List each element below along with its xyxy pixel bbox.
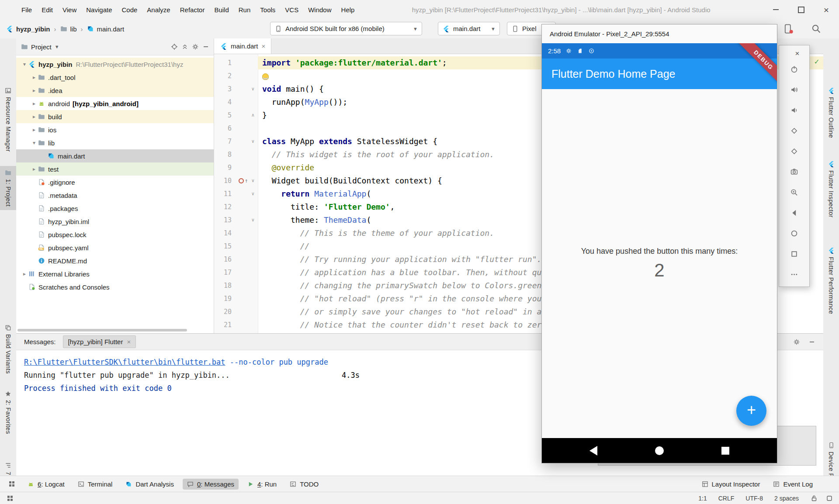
fold-open-icon[interactable]: ∨ bbox=[251, 187, 254, 200]
emulator-more-button[interactable] bbox=[779, 264, 809, 285]
locate-file-button[interactable] bbox=[170, 43, 178, 51]
fold-open-icon[interactable]: ∨ bbox=[251, 214, 254, 227]
emulator-volume-down-button[interactable] bbox=[779, 100, 809, 121]
horizontal-scrollbar[interactable] bbox=[17, 329, 187, 331]
maximize-button[interactable] bbox=[788, 0, 814, 19]
chevron-closed-icon[interactable]: ▸ bbox=[30, 166, 38, 172]
tab-main-dart[interactable]: main.dart × bbox=[214, 38, 271, 54]
menu-code[interactable]: Code bbox=[117, 0, 142, 19]
tab-flutter-console[interactable]: [hyzp_yibin] Flutter × bbox=[63, 335, 136, 348]
tree-item-gitignore[interactable]: .gitignore bbox=[16, 176, 214, 189]
inspection-status-icon[interactable]: ✓ bbox=[814, 58, 820, 66]
collapse-all-button[interactable] bbox=[181, 43, 188, 51]
chevron-closed-icon[interactable]: ▸ bbox=[30, 74, 38, 80]
menu-window[interactable]: Window bbox=[303, 0, 336, 19]
emulator-title-bar[interactable]: Android Emulator - Pixel_2_API_29:5554 bbox=[542, 24, 777, 43]
device-selector[interactable]: Android SDK built for x86 (mobile) ▼ bbox=[270, 22, 422, 35]
tree-item-external-libraries[interactable]: ▸External Libraries bbox=[16, 267, 214, 280]
tool-stripe-flutter-outline[interactable]: Flutter Outline bbox=[823, 84, 839, 142]
overriding-method-icon[interactable] bbox=[239, 178, 244, 183]
tool-stripe-flutter-performance[interactable]: Flutter Performance bbox=[823, 244, 839, 318]
minimize-button[interactable] bbox=[763, 0, 788, 19]
hide-panel-button[interactable] bbox=[808, 338, 815, 345]
tree-item-pubspec-lock[interactable]: pubspec.lock bbox=[16, 228, 214, 241]
nav-overview-icon[interactable] bbox=[721, 447, 729, 455]
menu-edit[interactable]: Edit bbox=[37, 0, 58, 19]
toolwindow-button-terminal[interactable]: Terminal bbox=[73, 479, 117, 490]
status-1-1[interactable]: 1:1 bbox=[698, 495, 707, 502]
emulator-volume-up-button[interactable] bbox=[779, 79, 809, 100]
run-config-selector[interactable]: main.dart ▼ bbox=[438, 22, 500, 35]
tree-item-pubspec-yaml[interactable]: YMLpubspec.yaml bbox=[16, 241, 214, 254]
readonly-lock-icon[interactable] bbox=[810, 494, 818, 502]
toolwindow-button-dart-analysis[interactable]: Dart Analysis bbox=[121, 479, 178, 490]
toolwindow-button-layout-inspector[interactable]: Layout Inspector bbox=[697, 479, 765, 490]
tree-item-android[interactable]: ▸android[hyzp_yibin_android] bbox=[16, 97, 214, 110]
increment-fab-button[interactable]: + bbox=[736, 396, 766, 426]
tool-stripe-1-project[interactable]: 1: Project bbox=[0, 166, 16, 210]
emulator-camera-button[interactable] bbox=[779, 162, 809, 182]
close-tab-icon[interactable]: × bbox=[262, 42, 266, 50]
fold-close-icon[interactable]: ∧ bbox=[251, 109, 254, 122]
toolwindow-button-0-messages[interactable]: 0: Messages bbox=[183, 479, 239, 490]
flutter-attach-icon[interactable] bbox=[783, 24, 794, 34]
nav-back-icon[interactable] bbox=[589, 446, 597, 456]
toolwindow-button-4-run[interactable]: 4: Run bbox=[243, 479, 281, 490]
tree-item-metadata[interactable]: .metadata bbox=[16, 189, 214, 202]
chevron-closed-icon[interactable]: ▸ bbox=[30, 100, 38, 107]
chevron-open-icon[interactable]: ▾ bbox=[21, 61, 28, 67]
chevron-closed-icon[interactable]: ▸ bbox=[30, 127, 38, 133]
tool-stripe-2-favorites[interactable]: 2: Favorites bbox=[0, 387, 16, 438]
intention-bulb-icon[interactable] bbox=[262, 73, 269, 80]
menu-analyze[interactable]: Analyze bbox=[142, 0, 175, 19]
tool-stripe-flutter-inspector[interactable]: Flutter Inspector bbox=[823, 157, 839, 221]
project-view-selector[interactable]: Project bbox=[31, 43, 52, 51]
search-icon[interactable] bbox=[811, 24, 822, 34]
toolwindow-button-event-log[interactable]: Event Log bbox=[769, 479, 817, 490]
emulator-overview-button[interactable] bbox=[779, 244, 809, 264]
toolwindow-button-todo[interactable]: TODO bbox=[285, 479, 323, 490]
close-tab-icon[interactable]: × bbox=[127, 338, 131, 345]
tree-item-lib[interactable]: ▾lib bbox=[16, 136, 214, 149]
menu-tools[interactable]: Tools bbox=[255, 0, 280, 19]
fold-open-icon[interactable]: ∨ bbox=[251, 174, 254, 187]
menu-navigate[interactable]: Navigate bbox=[81, 0, 117, 19]
fold-open-icon[interactable]: ∨ bbox=[251, 135, 254, 148]
emulator-close-button[interactable]: × bbox=[795, 50, 800, 57]
menu-help[interactable]: Help bbox=[336, 0, 360, 19]
menu-file[interactable]: File bbox=[17, 0, 37, 19]
menu-run[interactable]: Run bbox=[234, 0, 256, 19]
tree-item-build[interactable]: ▸build bbox=[16, 110, 214, 123]
chevron-closed-icon[interactable]: ▸ bbox=[30, 114, 38, 120]
emulator-rotate-left-button[interactable] bbox=[779, 121, 809, 141]
breadcrumb-project[interactable]: hyzp_yibin bbox=[16, 25, 50, 33]
tree-item-hyzp-yibin[interactable]: ▾hyzp_yibinR:\FlutterProject\FlutterProj… bbox=[16, 58, 214, 71]
tool-window-switcher-icon[interactable] bbox=[8, 480, 15, 488]
override-arrow-icon[interactable]: ↑ bbox=[245, 174, 248, 187]
emulator-home-button[interactable] bbox=[779, 223, 809, 244]
nav-home-icon[interactable] bbox=[655, 446, 664, 455]
status-utf-8[interactable]: UTF-8 bbox=[745, 495, 763, 502]
tree-item-main-dart[interactable]: main.dart bbox=[16, 149, 214, 162]
tree-item-hyzp-yibin-iml[interactable]: hyzp_yibin.iml bbox=[16, 215, 214, 228]
tool-stripe-build-variants[interactable]: Build Variants bbox=[0, 321, 16, 377]
toolwindow-button-6-logcat[interactable]: 6: Logcat bbox=[23, 479, 69, 490]
chevron-closed-icon[interactable]: ▸ bbox=[21, 271, 28, 277]
status-crlf[interactable]: CRLF bbox=[718, 495, 735, 502]
settings-gear-icon[interactable] bbox=[793, 338, 800, 345]
menu-vcs[interactable]: VCS bbox=[280, 0, 303, 19]
settings-gear-icon[interactable] bbox=[191, 43, 199, 51]
menu-build[interactable]: Build bbox=[209, 0, 233, 19]
tool-window-switcher-icon[interactable] bbox=[6, 494, 14, 502]
close-button[interactable]: × bbox=[814, 0, 839, 19]
tree-item-dart-tool[interactable]: ▸.dart_tool bbox=[16, 71, 214, 84]
breadcrumb-lib[interactable]: lib bbox=[70, 25, 77, 33]
chevron-open-icon[interactable]: ▾ bbox=[30, 140, 38, 146]
chevron-closed-icon[interactable]: ▸ bbox=[30, 87, 38, 93]
emulator-power-button[interactable] bbox=[779, 59, 809, 79]
tool-stripe-resource-manager[interactable]: Resource Manager bbox=[0, 84, 16, 155]
tree-item-readme-md[interactable]: README.md bbox=[16, 254, 214, 267]
tree-item-scratches-and-consoles[interactable]: Scratches and Consoles bbox=[16, 280, 214, 293]
status-2-spaces[interactable]: 2 spaces bbox=[774, 495, 799, 502]
breadcrumb-file[interactable]: main.dart bbox=[97, 25, 125, 33]
